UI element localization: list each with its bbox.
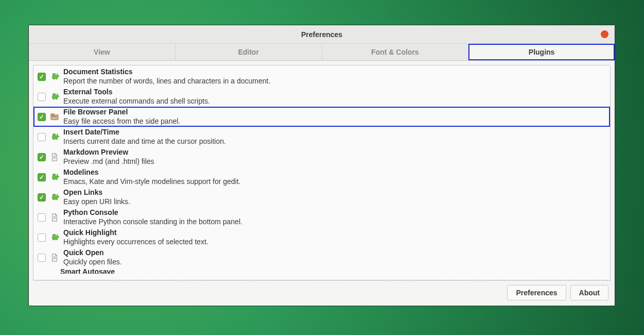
- plugin-row[interactable]: File Browser PanelEasy file access from …: [33, 107, 610, 127]
- tab-editor[interactable]: Editor: [176, 44, 322, 60]
- plugin-row[interactable]: External ToolsExecute external commands …: [33, 87, 610, 107]
- puzzle-icon: [50, 173, 59, 182]
- puzzle-icon: [50, 233, 59, 242]
- plugin-description: Easy file access from the side panel.: [63, 117, 180, 126]
- tab-bar: View Editor Font & Colors Plugins: [29, 44, 615, 61]
- puzzle-icon: [50, 72, 59, 81]
- plugin-name: External Tools: [63, 88, 210, 97]
- plugin-description: Quickly open files.: [63, 258, 122, 267]
- svg-rect-2: [52, 116, 58, 117]
- plugin-checkbox[interactable]: [38, 133, 46, 141]
- plugin-checkbox[interactable]: [38, 254, 46, 262]
- plugin-name: Markdown Preview: [63, 148, 154, 157]
- plugin-description: Interactive Python console standing in t…: [63, 217, 242, 227]
- document-icon: [50, 213, 59, 222]
- titlebar: Preferences: [29, 25, 615, 44]
- plugin-row[interactable]: Quick HighlightHighlights every occurren…: [33, 227, 610, 247]
- plugin-row[interactable]: Markdown PreviewPreview .md (and .html) …: [33, 147, 610, 167]
- puzzle-icon: [50, 132, 59, 142]
- plugin-text: Quick HighlightHighlights every occurren…: [63, 228, 208, 246]
- plugin-description: Easy open URI links.: [63, 197, 130, 207]
- document-icon: [50, 253, 59, 262]
- plugin-row[interactable]: Insert Date/TimeInserts current date and…: [33, 127, 610, 147]
- plugin-checkbox[interactable]: [38, 193, 46, 202]
- plugin-text: Document StatisticsReport the number of …: [63, 68, 270, 86]
- plugin-row[interactable]: Open LinksEasy open URI links.: [33, 187, 610, 207]
- plugin-list[interactable]: Document StatisticsReport the number of …: [33, 65, 611, 280]
- plugin-checkbox[interactable]: [38, 93, 46, 101]
- preferences-button[interactable]: Preferences: [507, 285, 566, 300]
- plugin-text: Insert Date/TimeInserts current date and…: [63, 128, 226, 146]
- document-icon: [50, 153, 59, 162]
- puzzle-icon: [50, 193, 59, 202]
- puzzle-icon: [50, 92, 59, 102]
- plugin-row[interactable]: ModelinesEmacs, Kate and Vim-style model…: [33, 167, 610, 187]
- plugin-text: External ToolsExecute external commands …: [63, 88, 210, 106]
- content-area: Document StatisticsReport the number of …: [29, 61, 615, 306]
- window-title: Preferences: [301, 30, 342, 39]
- folder-icon: [50, 112, 59, 122]
- about-button[interactable]: About: [570, 285, 608, 300]
- plugin-text: Python ConsoleInteractive Python console…: [63, 208, 242, 226]
- plugin-text: Open LinksEasy open URI links.: [63, 188, 130, 206]
- tab-plugins[interactable]: Plugins: [468, 44, 615, 60]
- plugin-description: Preview .md (and .html) files: [63, 157, 154, 166]
- tab-view[interactable]: View: [29, 44, 176, 60]
- plugin-checkbox[interactable]: [38, 113, 46, 121]
- plugin-name: Open Links: [63, 188, 130, 197]
- plugin-checkbox[interactable]: [38, 233, 46, 242]
- plugin-description: Execute external commands and shell scri…: [63, 97, 210, 106]
- plugin-checkbox[interactable]: [38, 73, 46, 81]
- plugin-name: File Browser Panel: [63, 108, 180, 117]
- plugin-description: Inserts current date and time at the cur…: [63, 137, 226, 146]
- plugin-description: Emacs, Kate and Vim-style modelines supp…: [63, 177, 240, 187]
- footer: Preferences About: [33, 280, 611, 301]
- plugin-row[interactable]: Python ConsoleInteractive Python console…: [33, 207, 610, 227]
- preferences-window: Preferences View Editor Font & Colors Pl…: [28, 25, 615, 306]
- plugin-checkbox[interactable]: [38, 153, 46, 161]
- plugin-description: Highlights every occurrences of selected…: [63, 238, 208, 247]
- plugin-text: Quick OpenQuickly open files.: [63, 248, 122, 266]
- plugin-name: Modelines: [63, 168, 240, 177]
- svg-rect-1: [51, 113, 54, 115]
- plugin-description: Report the number of words, lines and ch…: [63, 77, 270, 86]
- plugin-name: Quick Highlight: [63, 228, 208, 238]
- plugin-row[interactable]: Document StatisticsReport the number of …: [33, 66, 610, 87]
- plugin-name: Document Statistics: [63, 68, 270, 77]
- plugin-text: File Browser PanelEasy file access from …: [63, 108, 180, 126]
- plugin-row[interactable]: Quick OpenQuickly open files.: [33, 247, 610, 267]
- plugin-text: Markdown PreviewPreview .md (and .html) …: [63, 148, 154, 166]
- plugin-name: Insert Date/Time: [63, 128, 226, 137]
- plugin-name: Python Console: [63, 208, 242, 217]
- plugin-name: Quick Open: [63, 248, 122, 258]
- plugin-checkbox[interactable]: [38, 213, 46, 222]
- tab-font-colors[interactable]: Font & Colors: [322, 44, 469, 60]
- plugin-text: ModelinesEmacs, Kate and Vim-style model…: [63, 168, 240, 186]
- close-icon[interactable]: [601, 30, 608, 38]
- plugin-row-partial: Smart Autosave: [33, 267, 610, 274]
- plugin-checkbox[interactable]: [38, 173, 46, 181]
